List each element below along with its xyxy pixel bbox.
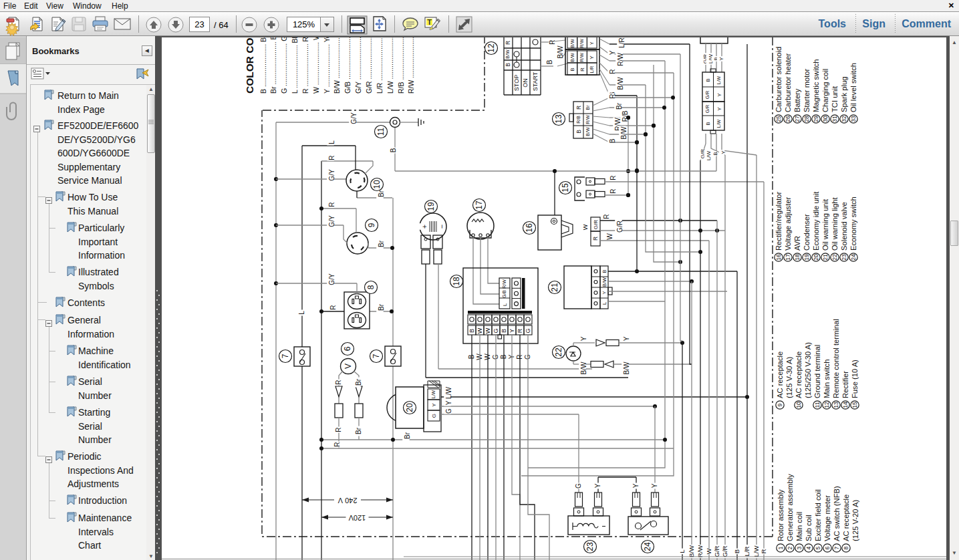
svg-text:20: 20 (813, 254, 819, 261)
svg-text:B/W: B/W (623, 362, 630, 374)
svg-text:Br: Br (585, 105, 590, 110)
svg-text:R: R (328, 202, 335, 206)
svg-text:Br ...................... Brow: Br ...................... Brown (269, 37, 277, 94)
svg-text:L ...................... Blue: L ...................... Blue (291, 37, 299, 94)
svg-text:R ...................... Red: R ...................... Red (301, 37, 309, 94)
svg-text:Carburetor solenoid: Carburetor solenoid (775, 47, 783, 112)
svg-text:32: 32 (841, 116, 847, 122)
svg-text:B/W ...................... Bla: B/W ...................... Black/White (333, 37, 341, 94)
svg-text:L: L (601, 302, 607, 305)
svg-text:R/B: R/B (576, 116, 581, 124)
svg-text:240 V: 240 V (337, 497, 357, 505)
svg-text:B/W: B/W (505, 49, 510, 59)
svg-text:L/W: L/W (445, 387, 452, 399)
svg-text:Br: Br (378, 190, 385, 197)
svg-text:Charging coil: Charging coil (821, 69, 829, 112)
svg-text:12: 12 (487, 43, 496, 53)
svg-text:Generator assembly: Generator assembly (786, 474, 794, 541)
svg-text:19: 19 (803, 254, 810, 261)
svg-text:30: 30 (822, 116, 829, 122)
svg-text:G: G (431, 414, 437, 418)
svg-text:R: R (609, 188, 617, 193)
svg-text:Y: Y (431, 403, 437, 407)
svg-text:+: + (420, 225, 428, 229)
svg-text:7: 7 (833, 546, 840, 549)
svg-text:G/R: G/R (705, 105, 710, 113)
svg-text:22: 22 (831, 254, 838, 261)
svg-text:L/R: L/R (743, 546, 750, 556)
svg-text:Y: Y (580, 336, 587, 341)
svg-text:G/B: G/B (502, 290, 507, 298)
svg-text:Rectifier: Rectifier (841, 371, 849, 398)
svg-text:R: R (517, 328, 523, 333)
svg-text:Fuse (10 A): Fuse (10 A) (851, 360, 859, 398)
svg-text:1: 1 (777, 546, 784, 549)
svg-text:29: 29 (813, 116, 819, 122)
svg-text:L/R ...................... Blu: L/R ...................... Blue/Red (376, 37, 384, 94)
svg-text:G: G (493, 328, 499, 333)
svg-text:W: W (606, 233, 613, 240)
svg-text:R: R (335, 380, 342, 384)
svg-text:Y: Y (445, 400, 452, 405)
svg-text:R/W: R/W (579, 53, 584, 62)
svg-text:10: 10 (795, 402, 802, 408)
svg-text:Y: Y (716, 93, 722, 97)
svg-text:3: 3 (796, 546, 803, 549)
svg-text:Br: Br (615, 102, 623, 110)
svg-text:B: B (733, 549, 740, 553)
svg-text:T: T (427, 18, 432, 26)
svg-text:21: 21 (550, 283, 559, 292)
svg-text:COLOR CODE: COLOR CODE (244, 37, 255, 94)
svg-text:(125 V-20 A): (125 V-20 A) (851, 500, 859, 541)
svg-text:AC receptacle: AC receptacle (795, 352, 803, 398)
svg-text:Remote control terminal: Remote control terminal (832, 319, 840, 398)
svg-text:STOP: STOP (513, 75, 520, 91)
svg-text:Voltage adjuster: Voltage adjuster (784, 196, 792, 251)
svg-text:R/W: R/W (579, 39, 584, 48)
svg-text:G/R: G/R (616, 221, 624, 233)
svg-text:−: − (438, 225, 446, 229)
svg-text:Y: Y (589, 41, 594, 45)
svg-text:10: 10 (372, 180, 382, 189)
svg-text:G/Y: G/Y (350, 112, 358, 124)
svg-text:Y: Y (718, 57, 724, 61)
svg-text:Rectifier/regulator: Rectifier/regulator (775, 191, 783, 251)
svg-text:G/R: G/R (593, 220, 599, 229)
svg-text:L/W: L/W (752, 546, 760, 557)
svg-text:G/R: G/R (713, 545, 720, 557)
svg-text:AVR: AVR (793, 236, 801, 251)
svg-text:R: R (575, 106, 582, 110)
svg-text:25: 25 (775, 116, 782, 122)
svg-text:Y: Y (509, 329, 515, 333)
svg-text:Economy switch: Economy switch (849, 196, 857, 251)
svg-text:Y: Y (589, 55, 595, 59)
svg-text:R: R (505, 41, 511, 45)
svg-text:15: 15 (851, 402, 858, 408)
svg-text:B/W: B/W (570, 39, 575, 48)
svg-text:2: 2 (787, 546, 793, 549)
svg-text:7: 7 (281, 354, 290, 358)
svg-text:B/W: B/W (617, 77, 624, 90)
svg-text:R/W: R/W (617, 53, 624, 66)
svg-text:L/W: L/W (716, 76, 721, 84)
svg-text:R: R (329, 305, 337, 309)
svg-text:B/W: B/W (557, 45, 564, 58)
svg-text:Economy idle unit: Economy idle unit (812, 191, 820, 251)
svg-text:Y: Y (720, 150, 726, 154)
svg-text:24: 24 (643, 542, 652, 551)
svg-text:W: W (485, 327, 491, 333)
svg-text:Oil warning light: Oil warning light (831, 197, 839, 251)
svg-text:G/R ...................... Gre: G/R ...................... Green/Red (365, 37, 373, 94)
svg-text:Battery: Battery (793, 88, 801, 112)
svg-text:4: 4 (805, 546, 812, 549)
svg-text:19: 19 (426, 202, 436, 211)
svg-text:12: 12 (823, 402, 830, 408)
svg-text:B: B (575, 130, 582, 134)
svg-text:Solenoid valve: Solenoid valve (840, 202, 848, 251)
svg-text:B: B (505, 63, 511, 67)
svg-text:R/W: R/W (502, 279, 507, 289)
svg-text:Magnetic switch: Magnetic switch (812, 59, 820, 112)
svg-text:9: 9 (367, 223, 376, 227)
svg-text:Main coil: Main coil (795, 512, 803, 541)
svg-text:R: R (335, 427, 342, 432)
